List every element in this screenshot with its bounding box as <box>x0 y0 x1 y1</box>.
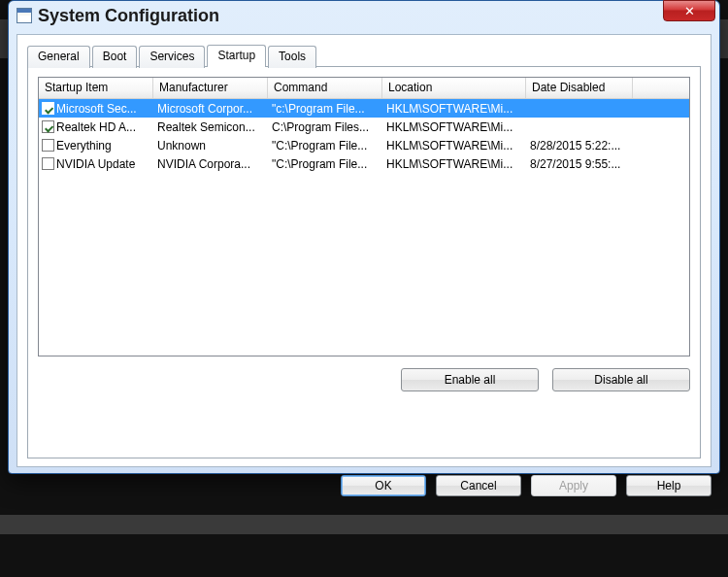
row-checkbox[interactable] <box>42 157 54 170</box>
table-row[interactable]: EverythingUnknown"C:\Program File...HKLM… <box>39 136 689 154</box>
tab-boot[interactable]: Boot <box>92 46 138 68</box>
cell-manufacturer: Realtek Semicon... <box>153 120 268 134</box>
header-date-disabled[interactable]: Date Disabled <box>526 78 633 98</box>
cell-command: "c:\Program File... <box>268 102 382 116</box>
header-location[interactable]: Location <box>382 78 526 98</box>
panel-buttons: Enable all Disable all <box>38 368 690 391</box>
cell-manufacturer: NVIDIA Corpora... <box>153 157 268 171</box>
cell-command: C:\Program Files... <box>268 120 382 134</box>
ok-button[interactable]: OK <box>341 475 426 496</box>
startup-panel: Startup Item Manufacturer Command Locati… <box>27 66 701 458</box>
cell-date-disabled: 8/28/2015 5:22:... <box>526 139 633 153</box>
close-button[interactable]: ✕ <box>663 0 715 21</box>
cell-startup-item: Realtek HD A... <box>56 120 136 134</box>
system-configuration-window: System Configuration ✕ General Boot Serv… <box>8 0 720 474</box>
apply-button[interactable]: Apply <box>531 475 616 496</box>
row-checkbox[interactable] <box>42 139 54 152</box>
header-spacer <box>633 78 689 98</box>
help-button[interactable]: Help <box>626 475 711 496</box>
client-area: General Boot Services Startup Tools Star… <box>17 34 711 467</box>
header-manufacturer[interactable]: Manufacturer <box>153 78 268 98</box>
row-checkbox[interactable] <box>42 102 54 115</box>
cancel-button[interactable]: Cancel <box>436 475 521 496</box>
tab-strip: General Boot Services Startup Tools <box>27 45 701 67</box>
background-band <box>0 515 728 534</box>
row-checkbox[interactable] <box>42 120 54 133</box>
cell-startup-item: Everything <box>56 139 112 153</box>
cell-location: HKLM\SOFTWARE\Mi... <box>382 102 526 116</box>
table-row[interactable]: Microsoft Sec...Microsoft Corpor..."c:\P… <box>39 99 689 118</box>
dialog-buttons: OK Cancel Apply Help <box>9 475 711 496</box>
cell-location: HKLM\SOFTWARE\Mi... <box>382 139 526 153</box>
cell-startup-item: NVIDIA Update <box>56 157 135 171</box>
cell-manufacturer: Microsoft Corpor... <box>153 102 268 116</box>
header-startup-item[interactable]: Startup Item <box>39 78 153 98</box>
cell-location: HKLM\SOFTWARE\Mi... <box>382 157 526 171</box>
header-command[interactable]: Command <box>268 78 382 98</box>
titlebar[interactable]: System Configuration ✕ <box>9 1 719 30</box>
close-icon: ✕ <box>684 4 695 18</box>
column-headers[interactable]: Startup Item Manufacturer Command Locati… <box>39 78 689 99</box>
disable-all-button[interactable]: Disable all <box>552 368 690 391</box>
cell-manufacturer: Unknown <box>153 139 268 153</box>
cell-command: "C:\Program File... <box>268 157 382 171</box>
tab-services[interactable]: Services <box>139 46 205 68</box>
table-row[interactable]: Realtek HD A...Realtek Semicon...C:\Prog… <box>39 118 689 136</box>
tab-general[interactable]: General <box>27 46 90 68</box>
cell-startup-item: Microsoft Sec... <box>56 102 137 116</box>
window-title: System Configuration <box>38 6 719 26</box>
table-row[interactable]: NVIDIA UpdateNVIDIA Corpora..."C:\Progra… <box>39 154 689 173</box>
startup-listview[interactable]: Startup Item Manufacturer Command Locati… <box>38 77 690 356</box>
cell-date-disabled: 8/27/2015 9:55:... <box>526 157 633 171</box>
app-icon <box>17 8 32 23</box>
tab-startup[interactable]: Startup <box>207 45 266 67</box>
cell-command: "C:\Program File... <box>268 139 382 153</box>
cell-location: HKLM\SOFTWARE\Mi... <box>382 120 526 134</box>
enable-all-button[interactable]: Enable all <box>401 368 539 391</box>
tab-tools[interactable]: Tools <box>268 46 316 68</box>
